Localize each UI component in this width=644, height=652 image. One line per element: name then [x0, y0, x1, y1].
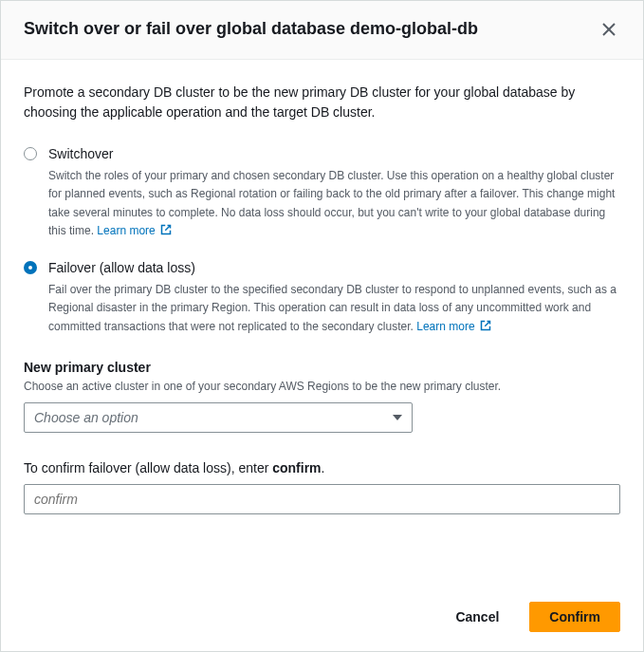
dialog-footer: Cancel Confirm: [1, 587, 643, 651]
primary-cluster-select-wrap: Choose an option: [24, 402, 413, 433]
confirm-input[interactable]: [24, 484, 620, 514]
option-switchover[interactable]: Switchover Switch the roles of your prim…: [24, 145, 620, 240]
radio-switchover[interactable]: [24, 147, 39, 162]
close-button[interactable]: [598, 18, 620, 44]
confirm-prompt: To confirm failover (allow data loss), e…: [24, 459, 620, 478]
switchover-description: Switch the roles of your primary and cho…: [48, 169, 615, 238]
failover-learn-more-link[interactable]: Learn more: [416, 320, 491, 333]
failover-description: Fail over the primary DB cluster to the …: [48, 283, 616, 333]
radio-checked-icon: [24, 261, 37, 274]
intro-text: Promote a secondary DB cluster to be the…: [24, 83, 620, 122]
dialog-body: Promote a secondary DB cluster to be the…: [1, 60, 643, 587]
cancel-button[interactable]: Cancel: [436, 602, 518, 632]
dialog-title: Switch over or fail over global database…: [24, 18, 598, 40]
failover-label: Failover (allow data loss): [48, 259, 620, 278]
confirm-button[interactable]: Confirm: [529, 602, 620, 632]
dialog-header: Switch over or fail over global database…: [1, 1, 643, 60]
external-link-icon: [160, 223, 172, 240]
radio-failover[interactable]: [24, 261, 39, 276]
primary-cluster-select[interactable]: Choose an option: [24, 402, 413, 433]
primary-cluster-label: New primary cluster: [24, 359, 620, 378]
switchover-label: Switchover: [48, 145, 620, 164]
close-icon: [601, 22, 616, 40]
external-link-icon: [480, 319, 491, 336]
radio-unchecked-icon: [24, 147, 37, 160]
failover-dialog: Switch over or fail over global database…: [0, 0, 644, 652]
option-failover[interactable]: Failover (allow data loss) Fail over the…: [24, 259, 620, 336]
primary-cluster-help: Choose an active cluster in one of your …: [24, 379, 620, 395]
switchover-learn-more-link[interactable]: Learn more: [97, 224, 172, 237]
primary-cluster-field: New primary cluster Choose an active clu…: [24, 359, 620, 433]
